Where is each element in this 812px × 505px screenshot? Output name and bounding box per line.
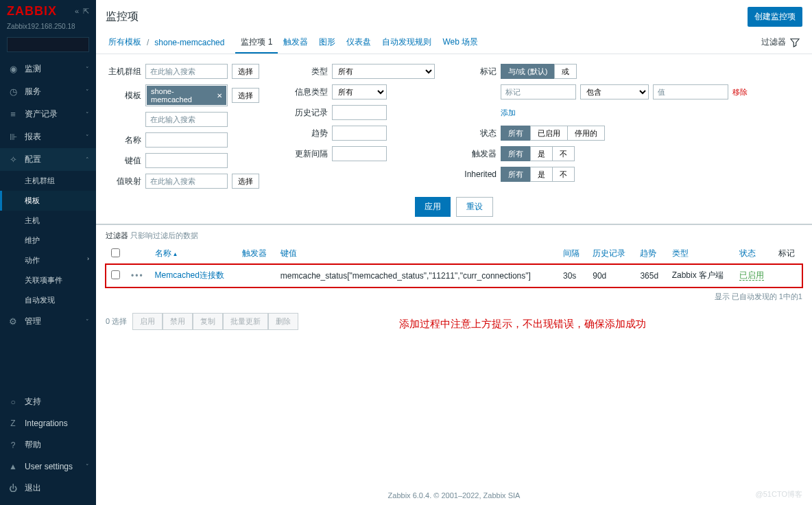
tab-5[interactable]: Web 场景 xyxy=(437,32,483,52)
trends-input[interactable] xyxy=(332,126,387,141)
template-tag: shone-memcached✕ xyxy=(147,86,226,105)
tab-2[interactable]: 图形 xyxy=(313,32,341,52)
filter-icon xyxy=(790,38,800,47)
tag-remove[interactable]: 移除 xyxy=(732,87,748,97)
tag-or[interactable]: 或 xyxy=(554,64,577,79)
seg-inh-1[interactable]: 是 xyxy=(530,167,553,182)
col-history[interactable]: 历史记录 xyxy=(587,244,634,264)
template-select[interactable]: 选择 xyxy=(232,88,259,103)
tab-0[interactable]: 监控项 1 xyxy=(235,32,278,54)
sidebar-item-2[interactable]: ≡资产记录˅ xyxy=(0,103,96,126)
tag-op-select[interactable]: 包含 xyxy=(580,84,649,99)
tag-remove-icon[interactable]: ✕ xyxy=(217,92,222,99)
col-key[interactable]: 键值 xyxy=(275,244,558,264)
seg-trig-0[interactable]: 所有 xyxy=(501,146,531,161)
key-input[interactable] xyxy=(145,153,228,168)
tab-3[interactable]: 仪表盘 xyxy=(341,32,377,52)
submenu-item-2[interactable]: 主机 xyxy=(0,211,96,231)
tag-key-input[interactable] xyxy=(501,84,576,99)
submenu-item-0[interactable]: 主机群组 xyxy=(0,171,96,191)
table-footer: 显示 已自动发现的 1中的1 xyxy=(96,287,812,306)
seg-inh-2[interactable]: 不 xyxy=(552,167,575,182)
main: 监控项 创建监控项 所有模板 / shone-memcached 监控项 1触发… xyxy=(96,0,812,505)
col-trends[interactable]: 趋势 xyxy=(634,244,666,264)
sidebar-bottom-1[interactable]: ZIntegrations xyxy=(0,413,96,434)
watermark: @51CTO博客 xyxy=(756,489,802,500)
filter-panel: 主机群组选择 模板shone-memcached✕选择 名称 键值 值映射选择 … xyxy=(96,54,812,225)
tab-1[interactable]: 触发器 xyxy=(278,32,313,52)
reset-button[interactable]: 重设 xyxy=(456,197,493,217)
history-input[interactable] xyxy=(332,105,387,120)
sidebar-bottom-4[interactable]: ⏻退出 xyxy=(0,477,96,500)
type-select[interactable]: 所有 xyxy=(332,64,435,79)
submenu-item-1[interactable]: 模板 xyxy=(0,191,96,211)
filter-toggle[interactable]: 过滤器 xyxy=(759,31,802,54)
sidebar-bottom-2[interactable]: ?帮助 xyxy=(0,434,96,456)
row-checkbox[interactable] xyxy=(111,270,120,279)
template-search[interactable] xyxy=(145,112,228,127)
row-menu-icon[interactable]: ••• xyxy=(131,271,144,281)
logo: ZABBIX xyxy=(7,4,57,19)
tab-4[interactable]: 自动发现规则 xyxy=(377,32,437,52)
select-all-checkbox[interactable] xyxy=(111,248,120,257)
sidebar-bottom-0[interactable]: ○支持 xyxy=(0,390,96,413)
status-toggle[interactable]: 已启用 xyxy=(739,270,764,281)
seg-trig-1[interactable]: 是 xyxy=(530,146,553,161)
item-name-link[interactable]: Memcached连接数 xyxy=(155,270,224,280)
valuemap-select[interactable]: 选择 xyxy=(232,174,259,189)
hostgroup-select[interactable]: 选择 xyxy=(232,64,259,79)
col-name[interactable]: 名称▲ xyxy=(150,244,237,264)
breadcrumb-template[interactable]: shone-memcached xyxy=(152,32,227,53)
submenu-item-3[interactable]: 维护 xyxy=(0,231,96,250)
seg-status-2[interactable]: 停用的 xyxy=(567,126,605,141)
bulk-1[interactable]: 禁用 xyxy=(163,313,193,330)
submenu-item-6[interactable]: 自动发现 xyxy=(0,290,96,310)
search-input[interactable] xyxy=(12,40,106,49)
annotation-text: 添加过程中注意上方提示，不出现错误，确保添加成功 xyxy=(233,318,812,338)
sidebar-item-0[interactable]: ◉监测˅ xyxy=(0,58,96,80)
table-row: ••• Memcached连接数 memcache_status["memcac… xyxy=(106,264,802,287)
collapse-icon[interactable]: « xyxy=(75,7,79,16)
submenu-item-4[interactable]: 动作› xyxy=(0,250,96,270)
filter-note: 过滤器 只影响过滤后的数据 xyxy=(96,225,812,244)
sidebar-item-1[interactable]: ◷服务˅ xyxy=(0,80,96,103)
tag-add[interactable]: 添加 xyxy=(501,108,516,118)
col-type[interactable]: 类型 xyxy=(667,244,735,264)
breadcrumb-all[interactable]: 所有模板 xyxy=(106,31,144,54)
page-title: 监控项 xyxy=(106,10,139,24)
sidebar-item-4[interactable]: ✧配置˄ xyxy=(0,148,96,171)
seg-status-1[interactable]: 已启用 xyxy=(530,126,568,141)
hostgroup-input[interactable] xyxy=(145,64,228,79)
tag-val-input[interactable] xyxy=(653,84,728,99)
interval-input[interactable] xyxy=(332,146,387,161)
infotype-select[interactable]: 所有 xyxy=(332,84,387,99)
seg-status-0[interactable]: 所有 xyxy=(501,126,531,141)
footer: Zabbix 6.0.4. © 2001–2022, Zabbix SIA @5… xyxy=(96,486,812,505)
sidebar-item-3[interactable]: ⊪报表˅ xyxy=(0,126,96,148)
popout-icon[interactable]: ⇱ xyxy=(83,7,89,16)
tag-andor[interactable]: 与/或 (默认) xyxy=(501,64,555,79)
sidebar-admin[interactable]: ⚙管理˅ xyxy=(0,310,96,333)
seg-trig-2[interactable]: 不 xyxy=(552,146,575,161)
sidebar: ZABBIX « ⇱ Zabbix192.168.250.18 🔍 ◉监测˅◷服… xyxy=(0,0,96,505)
bulk-0[interactable]: 启用 xyxy=(132,313,163,330)
apply-button[interactable]: 应用 xyxy=(415,197,451,217)
valuemap-input[interactable] xyxy=(145,174,228,189)
sidebar-bottom-3[interactable]: ▲User settings˅ xyxy=(0,456,96,477)
items-table: 名称▲ 触发器 键值 间隔 历史记录 趋势 类型 状态 标记 ••• Memca… xyxy=(106,244,802,287)
seg-inh-0[interactable]: 所有 xyxy=(501,167,531,182)
name-input[interactable] xyxy=(145,132,228,148)
submenu-item-5[interactable]: 关联项事件 xyxy=(0,270,96,290)
sidebar-search[interactable]: 🔍 xyxy=(7,37,89,52)
bulk-2[interactable]: 复制 xyxy=(193,313,223,330)
create-item-button[interactable]: 创建监控项 xyxy=(748,7,802,27)
template-input[interactable]: shone-memcached✕ xyxy=(145,84,228,106)
server-name: Zabbix192.168.250.18 xyxy=(0,23,96,34)
col-interval[interactable]: 间隔 xyxy=(558,244,587,264)
col-tags: 标记 xyxy=(773,244,802,264)
col-triggers[interactable]: 触发器 xyxy=(237,244,275,264)
col-status[interactable]: 状态 xyxy=(734,244,772,264)
